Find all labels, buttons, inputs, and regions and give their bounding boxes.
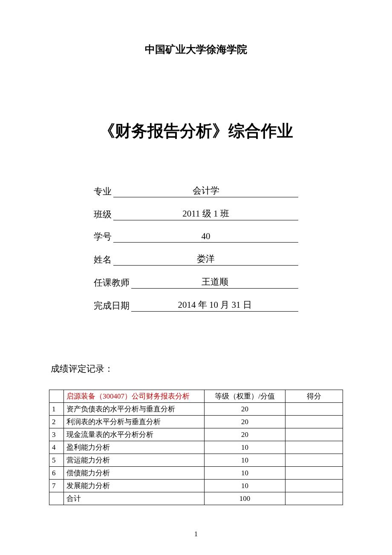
- row-index: 5: [49, 454, 64, 467]
- row-score: [285, 428, 343, 441]
- total-label: 合计: [64, 492, 205, 505]
- row-item: 利润表的水平分析与垂直分析: [64, 416, 205, 428]
- row-index: 3: [49, 428, 64, 441]
- row-index: 7: [49, 480, 64, 492]
- table-total-row: 合计100: [49, 492, 343, 505]
- table-row: 2利润表的水平分析与垂直分析20: [49, 416, 343, 428]
- table-row: 5营运能力分析10: [49, 454, 343, 467]
- row-item: 现金流量表的水平分析分析: [64, 428, 205, 441]
- row-item: 盈利能力分析: [64, 441, 205, 454]
- name-value: 娄洋: [197, 253, 215, 265]
- total-blank: [49, 492, 64, 505]
- row-score: [285, 416, 343, 428]
- header-score: 得分: [285, 390, 343, 403]
- row-score: [285, 403, 343, 416]
- table-row: 4盈利能力分析10: [49, 441, 343, 454]
- university-name: 中国矿业大学徐海学院: [49, 43, 343, 56]
- row-item: 营运能力分析: [64, 454, 205, 467]
- info-row-name: 姓名 娄洋: [94, 253, 298, 266]
- studentno-label: 学号: [94, 231, 112, 243]
- header-blank: [49, 390, 64, 403]
- class-label: 班级: [94, 208, 112, 220]
- row-weight: 10: [205, 467, 285, 480]
- row-index: 2: [49, 416, 64, 428]
- table-row: 7发展能力分析10: [49, 480, 343, 492]
- grading-heading: 成绩评定记录：: [51, 363, 343, 375]
- teacher-label: 任课教师: [94, 277, 130, 289]
- info-row-teacher: 任课教师 王道顺: [94, 276, 298, 289]
- header-topic: 启源装备（300407）公司财务报表分析: [64, 390, 205, 403]
- row-score: [285, 454, 343, 467]
- header-weight: 等级（权重）/分值: [205, 390, 285, 403]
- row-index: 6: [49, 467, 64, 480]
- row-score: [285, 441, 343, 454]
- student-info-block: 专业 会计学 班级 2011 级 1 班 学号 40 姓名 娄洋 任课教师 王道…: [94, 185, 298, 312]
- class-value: 2011 级 1 班: [182, 208, 229, 220]
- page-number: 1: [0, 530, 392, 538]
- row-score: [285, 480, 343, 492]
- table-header-row: 启源装备（300407）公司财务报表分析 等级（权重）/分值 得分: [49, 390, 343, 403]
- date-value: 2014 年 10 月 31 日: [178, 299, 251, 311]
- row-item: 资产负债表的水平分析与垂直分析: [64, 403, 205, 416]
- info-row-class: 班级 2011 级 1 班: [94, 208, 298, 220]
- document-title: 《财务报告分析》综合作业: [49, 120, 343, 142]
- row-item: 发展能力分析: [64, 480, 205, 492]
- teacher-value: 王道顺: [202, 276, 228, 288]
- studentno-value: 40: [202, 231, 210, 242]
- date-label: 完成日期: [94, 300, 130, 312]
- row-weight: 10: [205, 480, 285, 492]
- table-row: 1资产负债表的水平分析与垂直分析20: [49, 403, 343, 416]
- total-score: [285, 492, 343, 505]
- info-row-date: 完成日期 2014 年 10 月 31 日: [94, 299, 298, 312]
- row-item: 偿债能力分析: [64, 467, 205, 480]
- grading-table: 启源装备（300407）公司财务报表分析 等级（权重）/分值 得分 1资产负债表…: [49, 390, 343, 505]
- row-index: 4: [49, 441, 64, 454]
- row-weight: 20: [205, 428, 285, 441]
- info-row-major: 专业 会计学: [94, 185, 298, 197]
- major-label: 专业: [94, 185, 112, 197]
- info-row-studentno: 学号 40: [94, 231, 298, 243]
- row-weight: 20: [205, 416, 285, 428]
- row-weight: 20: [205, 403, 285, 416]
- name-label: 姓名: [94, 254, 112, 266]
- total-weight: 100: [205, 492, 285, 505]
- row-weight: 10: [205, 454, 285, 467]
- major-value: 会计学: [193, 185, 219, 197]
- table-row: 6偿债能力分析10: [49, 467, 343, 480]
- row-weight: 10: [205, 441, 285, 454]
- row-score: [285, 467, 343, 480]
- row-index: 1: [49, 403, 64, 416]
- table-row: 3现金流量表的水平分析分析20: [49, 428, 343, 441]
